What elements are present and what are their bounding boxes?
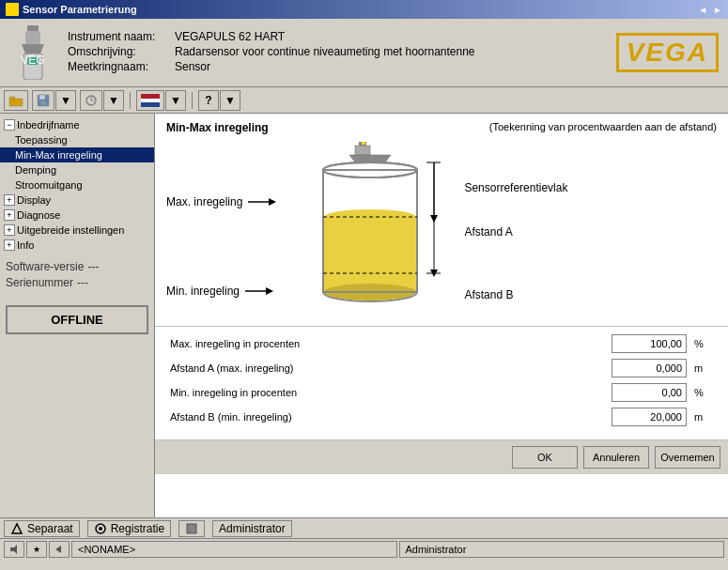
instrument-label: Instrument naam: — [68, 30, 171, 43]
max-procent-input[interactable] — [612, 334, 687, 353]
diagram-labels-right: Sensorreferentievlak Afstand A Afstand B — [464, 157, 567, 307]
svg-rect-1 — [25, 31, 40, 44]
title-controls: ◄ ► — [698, 5, 722, 15]
tools-button[interactable] — [80, 90, 102, 111]
expander-diagnose[interactable]: + — [4, 209, 15, 221]
meetkring-label: Meetkringnaam: — [68, 60, 171, 73]
expander-display[interactable]: + — [4, 194, 15, 206]
title-icon — [6, 3, 19, 16]
svg-rect-7 — [9, 97, 15, 100]
flag-button[interactable] — [136, 90, 164, 111]
ok-button[interactable]: OK — [512, 446, 578, 469]
svg-marker-15 — [266, 287, 273, 295]
button-row: OK Annuleren Overnemen — [155, 439, 728, 474]
expander-inbedrijfname[interactable]: − — [4, 119, 15, 131]
afstand-b-label: Afstand B — [464, 288, 567, 301]
form-row-max-procent: Max. inregeling in procenten % — [170, 334, 713, 353]
max-procent-label: Max. inregeling in procenten — [170, 338, 604, 349]
sidebar-item-demping[interactable]: Demping — [0, 162, 154, 177]
dropdown-save[interactable]: ▼ — [55, 90, 76, 111]
sidebar-item-stroomuitgang[interactable]: Stroomuitgang — [0, 177, 154, 193]
svg-rect-23 — [324, 217, 416, 292]
sidebar-item-toepassing[interactable]: Toepassing — [0, 132, 154, 147]
afstand-a-label-form: Afstand A (max. inregeling) — [170, 362, 604, 374]
svg-rect-10 — [40, 101, 46, 105]
administrator-item: Administrator — [212, 520, 292, 537]
tank-diagram — [295, 142, 445, 323]
svg-marker-2 — [22, 44, 44, 54]
sidebar-item-info[interactable]: + Info — [0, 238, 154, 253]
svg-marker-41 — [55, 546, 61, 553]
expander-info[interactable]: + — [4, 239, 15, 251]
offline-button[interactable]: OFFLINE — [6, 305, 148, 334]
title-bar: Sensor Parametrierung ◄ ► — [0, 0, 728, 19]
separaat-item: Separaat — [4, 520, 80, 537]
sensor-ref-label: Sensorreferentievlak — [464, 181, 567, 194]
afstand-a-unit: m — [694, 362, 713, 374]
dropdown-tools[interactable]: ▼ — [103, 90, 124, 111]
min-label: Min. inregeling — [166, 285, 240, 298]
software-label: Software-versie — [6, 260, 84, 273]
nav-next[interactable]: ► — [713, 5, 722, 15]
afstand-a-label: Afstand A — [464, 225, 567, 239]
help-button[interactable]: ? — [198, 90, 219, 111]
administrator-label: Administrator — [219, 522, 286, 535]
star-button[interactable]: ★ — [26, 541, 47, 558]
sidebar-item-diagnose[interactable]: + Diagnose — [0, 208, 154, 223]
nav-prev[interactable]: ◄ — [698, 5, 707, 15]
max-label-item: Max. inregeling — [166, 194, 276, 209]
registratie-label: Registratie — [111, 522, 164, 535]
serie-value: --- — [77, 276, 88, 289]
toolbar: ▼ ▼ ▼ ? ▼ — [0, 87, 728, 114]
svg-marker-13 — [269, 198, 276, 206]
max-label: Max. inregeling — [166, 195, 242, 208]
save-button[interactable] — [32, 90, 54, 111]
svg-marker-40 — [10, 545, 17, 554]
dropdown-help[interactable]: ▼ — [220, 90, 240, 111]
right-panel: Min-Max inregeling (Toekenning van proce… — [155, 114, 728, 517]
min-procent-unit: % — [694, 387, 713, 398]
svg-marker-18 — [349, 155, 391, 162]
meetkring-value: Sensor — [175, 60, 210, 73]
min-procent-label: Min. inregeling in procenten — [170, 387, 604, 398]
separaat-label: Separaat — [27, 522, 73, 535]
annuleren-button[interactable]: Annuleren — [583, 446, 649, 469]
sensor-ref-text: Sensorreferentievlak — [464, 181, 567, 194]
svg-rect-19 — [362, 142, 365, 145]
min-label-item: Min. inregeling — [166, 284, 276, 299]
dropdown-flag[interactable]: ▼ — [165, 90, 186, 111]
sidebar-bottom: Software-versie --- Serienummer --- — [0, 253, 154, 300]
afstand-a-input[interactable] — [612, 359, 687, 377]
sidebar-item-minmax[interactable]: Min-Max inregeling — [0, 147, 154, 162]
afstand-b-label-form: Afstand B (min. inregeling) — [170, 411, 604, 423]
header-area: VEG Instrument naam: VEGAPULS 62 HART Om… — [0, 19, 728, 87]
min-procent-input[interactable] — [612, 383, 687, 402]
open-button[interactable] — [4, 90, 28, 111]
panel-title-row: Min-Max inregeling (Toekenning van proce… — [155, 114, 728, 138]
header-info: Instrument naam: VEGAPULS 62 HART Omschr… — [68, 30, 616, 75]
blank-icon — [185, 522, 198, 535]
omschrijving-label: Omschrijving: — [68, 45, 171, 58]
afstand-b-input[interactable] — [612, 408, 687, 426]
sidebar-item-inbedrijfname[interactable]: − Inbedrijfname — [0, 117, 154, 132]
omschrijving-value: Radarsensor voor continue niveaumeting m… — [175, 45, 475, 58]
instrument-value: VEGAPULS 62 HART — [175, 30, 285, 43]
expander-uitgebreide[interactable]: + — [4, 224, 15, 236]
main-content: − Inbedrijfname Toepassing Min-Max inreg… — [0, 114, 728, 517]
sidebar-item-uitgebreide[interactable]: + Uitgebreide instellingen — [0, 223, 154, 238]
bottom-bar: ★ <NONAME> Administrator — [0, 538, 728, 559]
sidebar-item-display[interactable]: + Display — [0, 193, 154, 208]
software-value: --- — [87, 260, 99, 273]
sound-button[interactable] — [4, 541, 24, 558]
arrow-button[interactable] — [49, 541, 70, 558]
sidebar: − Inbedrijfname Toepassing Min-Max inreg… — [0, 114, 155, 517]
svg-rect-17 — [355, 146, 370, 155]
registratie-item: Registratie — [87, 520, 171, 537]
sensor-icon: VEG — [9, 24, 56, 81]
diagram-labels-left: Max. inregeling Min. inregeling — [166, 157, 276, 307]
svg-point-38 — [99, 527, 102, 531]
serie-label: Serienummer — [6, 276, 73, 289]
afstand-b-text: Afstand B — [464, 288, 513, 301]
overnemen-button[interactable]: Overnemen — [655, 446, 720, 469]
diagram-area: Max. inregeling Min. inregeling — [155, 138, 728, 326]
